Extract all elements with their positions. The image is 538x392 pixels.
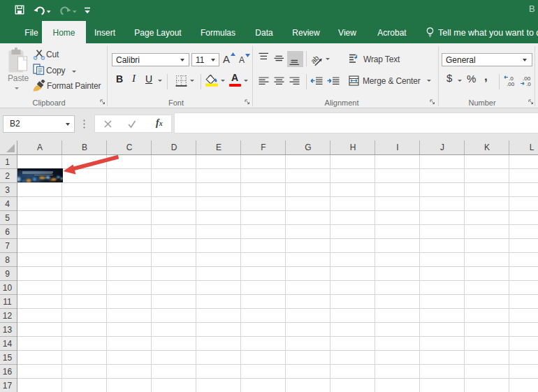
svg-text:.0: .0 — [526, 81, 531, 87]
svg-text:ab: ab — [310, 53, 321, 65]
svg-text:.00: .00 — [507, 81, 515, 87]
